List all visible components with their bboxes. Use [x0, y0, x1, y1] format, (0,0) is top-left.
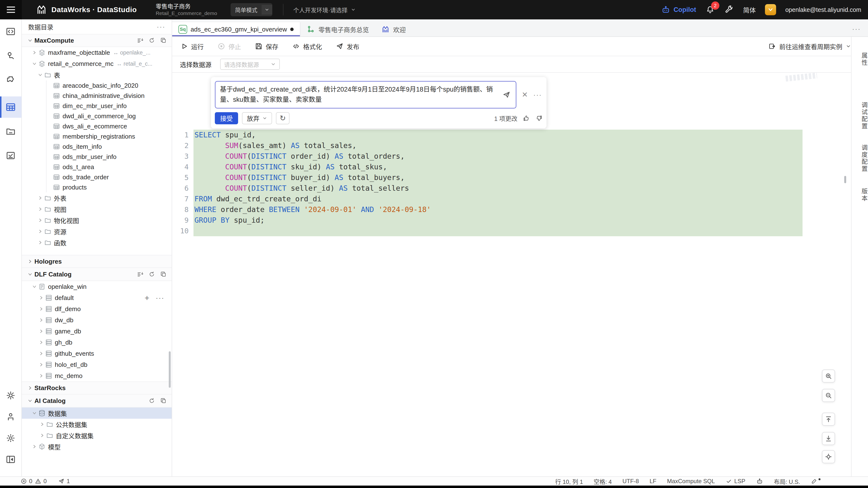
line-number[interactable]: 1	[172, 130, 191, 140]
environment-select[interactable]: 个人开发环境·请选择	[283, 4, 356, 15]
task-check-icon[interactable]	[0, 148, 22, 163]
zoom-in-button[interactable]	[822, 369, 835, 383]
tree-item-default[interactable]: default + ···	[22, 292, 172, 303]
tree-item-[interactable]: 函数	[22, 237, 172, 248]
tree-item-dlf-demo[interactable]: dlf_demo	[22, 303, 172, 315]
section-dlf-catalog[interactable]: DLF Catalog	[22, 268, 172, 281]
copilot-button[interactable]: Copilot	[661, 5, 696, 14]
refresh-icon[interactable]	[148, 397, 155, 404]
panel-more-icon[interactable]: ···	[157, 23, 165, 31]
tree-item-dim-ec-mbr-user-info[interactable]: dim_ec_mbr_user_info	[22, 101, 172, 111]
retry-button[interactable]: ↻	[276, 112, 289, 124]
code-line-1[interactable]: SELECT spu_id,	[194, 130, 431, 140]
datasource-select[interactable]: 请选择数据源	[220, 59, 280, 70]
table-icon[interactable]	[0, 96, 22, 118]
section-hologres[interactable]: Hologres	[22, 255, 172, 268]
refresh-icon[interactable]	[148, 37, 155, 44]
tree-item-[interactable]: 物化视图	[22, 215, 172, 226]
ai-prompt-input[interactable]: 基于dwd_ec_trd_create_ord_di表，统计2024年9月1日至…	[215, 81, 517, 108]
language-switch[interactable]: 简体	[743, 5, 756, 14]
tree-item-maxframe-objecttable[interactable]: maxframe_objecttable ↔ openlake_...	[22, 47, 172, 58]
save-button[interactable]: 保存	[255, 42, 278, 51]
line-number[interactable]: 2	[172, 140, 191, 151]
tree-item-mc-demo[interactable]: mc_demo	[22, 370, 172, 381]
discard-button[interactable]: 放弃	[242, 112, 272, 124]
folder-icon[interactable]	[0, 124, 22, 139]
line-number[interactable]: 8	[172, 204, 191, 215]
accept-button[interactable]: 接受	[215, 112, 238, 124]
eol-type[interactable]: LF	[650, 478, 656, 485]
tree-item-retail-e-commerce-mc[interactable]: retail_e_commerce_mc ↔ retail_e_c...	[22, 58, 172, 69]
tree-item-ods-item-info[interactable]: ods_item_info	[22, 141, 172, 152]
lsp-status[interactable]: LSP	[726, 478, 745, 485]
line-number[interactable]: 10	[172, 226, 191, 236]
encoding[interactable]: UTF-8	[622, 478, 639, 485]
tree-item-tables-folder[interactable]: 表	[22, 69, 172, 80]
close-icon[interactable]: ✕	[522, 90, 528, 99]
line-number[interactable]: 7	[172, 194, 191, 204]
tree-item-game-db[interactable]: game_db	[22, 326, 172, 337]
tree-item-[interactable]: 公共数据集	[22, 419, 172, 430]
send-icon[interactable]	[502, 90, 511, 99]
wrench-icon[interactable]	[724, 5, 734, 14]
code-line-9[interactable]: GROUP BY spu_id;	[194, 215, 431, 226]
tree-item-gh-db[interactable]: gh_db	[22, 337, 172, 348]
notifications-button[interactable]: 2	[705, 5, 715, 14]
code-line-7[interactable]: FROM dwd_ec_trd_create_ord_di	[194, 194, 431, 204]
tab-workflow[interactable]: 零售电子商务总览	[301, 22, 375, 36]
scroll-to-bottom-button[interactable]	[822, 432, 835, 445]
tree-item-model-root[interactable]: 模型	[22, 441, 172, 452]
code-line-5[interactable]: COUNT(DISTINCT buyer_id) AS total_buyers…	[194, 172, 431, 183]
user-icon[interactable]	[0, 409, 22, 425]
compose-button[interactable]	[811, 478, 822, 485]
refresh-icon[interactable]	[148, 271, 155, 278]
tab-properties[interactable]: 属性	[851, 52, 868, 66]
tree-item-ods-mbr-user-info[interactable]: ods_mbr_user_info	[22, 152, 172, 162]
tab-welcome[interactable]: 欢迎	[375, 22, 412, 36]
section-maxcompute[interactable]: MaxCompute	[22, 34, 172, 47]
tab-schedule-config[interactable]: 调度配置	[851, 144, 868, 172]
settings-icon[interactable]	[0, 430, 22, 446]
line-number[interactable]: 4	[172, 162, 191, 172]
goto-ops-link[interactable]: 前往运维查看周期实例	[768, 42, 851, 51]
tab-versions[interactable]: 版本	[851, 188, 868, 202]
avatar[interactable]	[765, 4, 776, 15]
code-line-10[interactable]	[194, 226, 431, 236]
code-line-3[interactable]: COUNT(DISTINCT order_id) AS total_orders…	[194, 151, 431, 162]
code-line-8[interactable]: WHERE order_date BETWEEN '2024-09-01' AN…	[194, 204, 431, 215]
panel-scrollbar[interactable]	[169, 351, 171, 388]
cursor-position[interactable]: 行 10, 列 1	[555, 477, 583, 486]
tree-item-[interactable]: 资源	[22, 226, 172, 237]
unsaved-dot-icon[interactable]	[290, 28, 293, 31]
tree-item-dw-db[interactable]: dw_db	[22, 315, 172, 326]
line-number[interactable]: 6	[172, 183, 191, 194]
code-content[interactable]: SELECT spu_id, SUM(sales_amt) AS total_s…	[194, 130, 431, 236]
tab-debug-config[interactable]: 调试配置	[851, 102, 868, 130]
tab-sql-node[interactable]: Sq ads_ec_ec360_gmv_kpi_overview	[172, 22, 301, 36]
collapse-all-icon[interactable]	[137, 37, 144, 44]
account-email[interactable]: openlake@test.aliyunid.com	[785, 6, 861, 13]
code-icon[interactable]	[0, 24, 22, 39]
add-icon[interactable]: +	[145, 294, 149, 302]
section-ai-catalog[interactable]: AI Catalog	[22, 394, 172, 408]
tabbar-more-icon[interactable]: ···	[852, 25, 868, 36]
publish-button[interactable]: 发布	[336, 42, 359, 51]
problems-warnings[interactable]: 0	[35, 478, 46, 485]
tree-item-ods-trade-order[interactable]: ods_trade_order	[22, 172, 172, 182]
problems-errors[interactable]: 0	[20, 478, 32, 485]
plugin-icon[interactable]	[0, 72, 22, 88]
copy-icon[interactable]	[160, 37, 167, 44]
pointer-icon[interactable]	[0, 48, 22, 63]
tree-item-ods-t-area[interactable]: ods_t_area	[22, 162, 172, 172]
tree-item-membership-registrations[interactable]: membership_registrations	[22, 131, 172, 141]
tree-item-china-administrative-division[interactable]: china_administrative_division	[22, 91, 172, 101]
indent-setting[interactable]: 空格: 4	[593, 477, 612, 486]
line-number[interactable]: 9	[172, 215, 191, 226]
language-mode[interactable]: MaxCompute SQL	[667, 478, 715, 485]
code-line-2[interactable]: SUM(sales_amt) AS total_sales,	[194, 140, 431, 151]
tree-item-github-events[interactable]: github_events	[22, 348, 172, 359]
tree-item-dws-ali-e-ecommerce[interactable]: dws_ali_e_ecommerce	[22, 121, 172, 131]
line-number[interactable]: 5	[172, 172, 191, 183]
tree-item-products[interactable]: products	[22, 182, 172, 192]
line-number[interactable]: 3	[172, 151, 191, 162]
